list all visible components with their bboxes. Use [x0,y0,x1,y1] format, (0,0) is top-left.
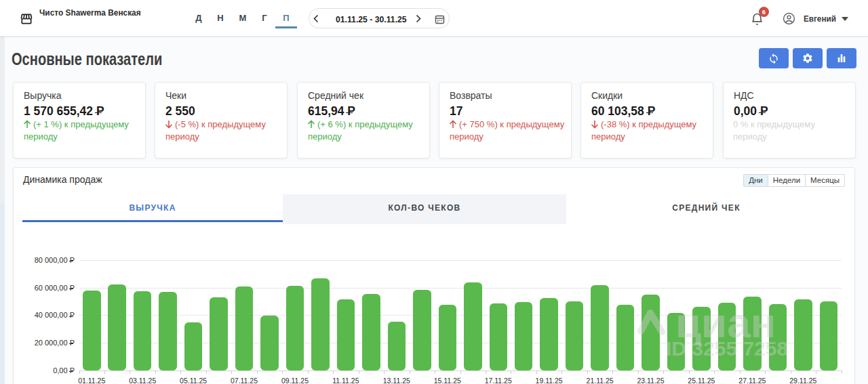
svg-text:ID 3255 7258: ID 3255 7258 [666,337,788,360]
